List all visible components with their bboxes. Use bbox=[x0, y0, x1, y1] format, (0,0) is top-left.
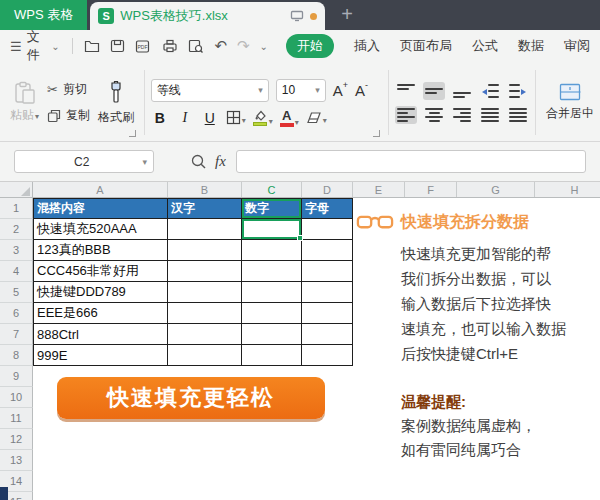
menu-tab-开始[interactable]: 开始 bbox=[286, 34, 334, 58]
row-header-10[interactable]: 10 bbox=[0, 387, 33, 408]
cell-F14[interactable] bbox=[405, 471, 457, 492]
cell-D6[interactable] bbox=[302, 303, 353, 324]
menu-tab-数据[interactable]: 数据 bbox=[518, 37, 544, 55]
cell-D7[interactable] bbox=[302, 324, 353, 345]
cell-A15[interactable] bbox=[33, 492, 168, 500]
cell-C14[interactable] bbox=[242, 471, 302, 492]
underline-button[interactable]: U bbox=[201, 110, 219, 126]
cell-C4[interactable] bbox=[242, 261, 302, 282]
cell-D12[interactable] bbox=[302, 429, 353, 450]
cell-A4[interactable]: CCC456非常好用 bbox=[33, 261, 168, 282]
font-group-expander[interactable] bbox=[373, 130, 380, 137]
cell-A7[interactable]: 888Ctrl bbox=[33, 324, 168, 345]
cell-A8[interactable]: 999E bbox=[33, 345, 168, 366]
cell-B7[interactable] bbox=[168, 324, 242, 345]
merge-center-button[interactable]: 合并居中 bbox=[542, 68, 594, 137]
column-header-D[interactable]: D bbox=[302, 182, 353, 197]
row-header-11[interactable]: 11 bbox=[0, 408, 33, 429]
cell-D2[interactable] bbox=[302, 219, 353, 240]
format-painter-button[interactable]: 格式刷 bbox=[98, 80, 134, 126]
row-header-7[interactable]: 7 bbox=[0, 324, 33, 345]
cell-D13[interactable] bbox=[302, 450, 353, 471]
cell-C5[interactable] bbox=[242, 282, 302, 303]
cell-C1[interactable]: 数字 bbox=[242, 198, 302, 219]
cell-D1[interactable]: 字母 bbox=[302, 198, 353, 219]
align-top-button[interactable] bbox=[395, 82, 417, 100]
cell-A3[interactable]: 123真的BBB bbox=[33, 240, 168, 261]
cell-D15[interactable] bbox=[302, 492, 353, 500]
cut-button[interactable]: ✂ 剪切 bbox=[47, 81, 90, 98]
cell-B1[interactable]: 汉字 bbox=[168, 198, 242, 219]
wps-app-button[interactable]: WPS 表格 bbox=[0, 0, 87, 30]
cell-B2[interactable] bbox=[168, 219, 242, 240]
column-header-G[interactable]: G bbox=[457, 182, 535, 197]
cell-B15[interactable] bbox=[168, 492, 242, 500]
align-right-button[interactable] bbox=[451, 106, 473, 124]
cell-B12[interactable] bbox=[168, 429, 242, 450]
cell-E14[interactable] bbox=[353, 471, 405, 492]
cell-A13[interactable] bbox=[33, 450, 168, 471]
cell-F15[interactable] bbox=[405, 492, 457, 500]
export-pdf-icon[interactable]: PDF bbox=[135, 39, 152, 54]
cell-B8[interactable] bbox=[168, 345, 242, 366]
row-header-6[interactable]: 6 bbox=[0, 303, 33, 324]
row-header-3[interactable]: 3 bbox=[0, 240, 33, 261]
share-screen-icon[interactable] bbox=[290, 10, 304, 22]
print-icon[interactable] bbox=[162, 39, 178, 53]
font-color-button[interactable]: A ▾ bbox=[280, 109, 299, 127]
cell-C8[interactable] bbox=[242, 345, 302, 366]
cell-A2[interactable]: 快速填充520AAA bbox=[33, 219, 168, 240]
menu-tab-审阅[interactable]: 审阅 bbox=[564, 37, 590, 55]
cell-C12[interactable] bbox=[242, 429, 302, 450]
cell-A12[interactable] bbox=[33, 429, 168, 450]
column-header-F[interactable]: F bbox=[405, 182, 457, 197]
row-header-5[interactable]: 5 bbox=[0, 282, 33, 303]
align-middle-button[interactable] bbox=[423, 82, 445, 100]
row-header-12[interactable]: 12 bbox=[0, 429, 33, 450]
cell-B5[interactable] bbox=[168, 282, 242, 303]
open-folder-icon[interactable] bbox=[84, 39, 100, 53]
select-all-corner[interactable] bbox=[0, 182, 33, 198]
font-size-select[interactable]: 10 ▾ bbox=[276, 79, 326, 102]
cell-C2[interactable] bbox=[242, 219, 302, 240]
align-center-button[interactable] bbox=[423, 106, 445, 124]
toolbar-more-icon[interactable]: ⌄ bbox=[260, 41, 268, 52]
align-bottom-button[interactable] bbox=[451, 82, 473, 100]
cell-C7[interactable] bbox=[242, 324, 302, 345]
column-header-A[interactable]: A bbox=[33, 182, 168, 197]
save-icon[interactable] bbox=[110, 39, 125, 53]
cell-C15[interactable] bbox=[242, 492, 302, 500]
clear-format-button[interactable]: ▾ bbox=[306, 111, 327, 125]
cell-D5[interactable] bbox=[302, 282, 353, 303]
cell-B3[interactable] bbox=[168, 240, 242, 261]
cell-D3[interactable] bbox=[302, 240, 353, 261]
cell-A1[interactable]: 混搭内容 bbox=[33, 198, 168, 219]
cell-A5[interactable]: 快捷键DDD789 bbox=[33, 282, 168, 303]
cell-B13[interactable] bbox=[168, 450, 242, 471]
cell-G15[interactable] bbox=[457, 492, 535, 500]
clipboard-group-expander[interactable] bbox=[129, 130, 136, 137]
cell-B4[interactable] bbox=[168, 261, 242, 282]
cell-D4[interactable] bbox=[302, 261, 353, 282]
cell-D8[interactable] bbox=[302, 345, 353, 366]
justify-button[interactable] bbox=[479, 106, 501, 124]
row-header-13[interactable]: 13 bbox=[0, 450, 33, 471]
menu-tab-页面布局[interactable]: 页面布局 bbox=[400, 37, 452, 55]
cell-D14[interactable] bbox=[302, 471, 353, 492]
copy-button[interactable]: 复制 bbox=[47, 107, 90, 124]
column-header-H[interactable]: H bbox=[535, 182, 600, 197]
formula-input[interactable] bbox=[236, 150, 586, 173]
increase-indent-button[interactable] bbox=[507, 82, 529, 100]
menu-tab-插入[interactable]: 插入 bbox=[354, 37, 380, 55]
cell-B6[interactable] bbox=[168, 303, 242, 324]
cell-G14[interactable] bbox=[457, 471, 535, 492]
cell-C6[interactable] bbox=[242, 303, 302, 324]
cell-C13[interactable] bbox=[242, 450, 302, 471]
decrease-indent-button[interactable] bbox=[479, 82, 501, 100]
row-header-4[interactable]: 4 bbox=[0, 261, 33, 282]
document-tab[interactable]: S WPS表格技巧.xlsx bbox=[90, 2, 325, 30]
undo-icon[interactable]: ↶ bbox=[214, 37, 227, 55]
cell-C3[interactable] bbox=[242, 240, 302, 261]
quick-fill-cta-shape[interactable]: 快速填充更轻松 bbox=[57, 377, 325, 419]
row-header-9[interactable]: 9 bbox=[0, 366, 33, 387]
